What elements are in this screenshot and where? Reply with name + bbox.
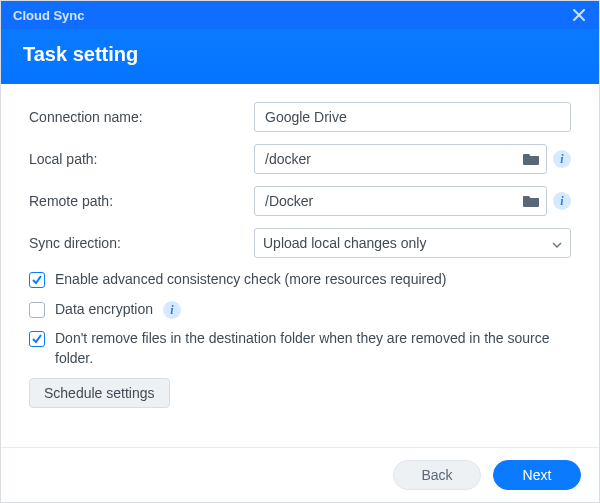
- row-noremove: Don't remove files in the destination fo…: [29, 329, 571, 368]
- label-encryption: Data encryption i: [55, 300, 571, 320]
- close-button[interactable]: [569, 5, 589, 25]
- window-title: Cloud Sync: [13, 8, 569, 23]
- row-schedule: Schedule settings: [29, 378, 571, 408]
- chevron-down-icon: [552, 235, 562, 251]
- row-remote-path: Remote path: i: [29, 186, 571, 216]
- check-icon: [31, 274, 43, 286]
- row-local-path: Local path: i: [29, 144, 571, 174]
- label-advanced: Enable advanced consistency check (more …: [55, 270, 571, 290]
- label-noremove: Don't remove files in the destination fo…: [55, 329, 571, 368]
- title-bar: Cloud Sync: [1, 1, 599, 29]
- browse-remote-button[interactable]: [517, 186, 545, 216]
- back-button[interactable]: Back: [393, 460, 481, 490]
- row-connection-name: Connection name:: [29, 102, 571, 132]
- label-sync-direction: Sync direction:: [29, 235, 254, 251]
- next-button[interactable]: Next: [493, 460, 581, 490]
- input-connection-name[interactable]: [254, 102, 571, 132]
- input-local-path[interactable]: [254, 144, 547, 174]
- page-header: Task setting: [1, 29, 599, 84]
- dialog-window: Cloud Sync Task setting Connection name:…: [0, 0, 600, 503]
- input-remote-path[interactable]: [254, 186, 547, 216]
- info-remote-path[interactable]: i: [553, 192, 571, 210]
- footer: Back Next: [1, 447, 599, 502]
- checkbox-noremove[interactable]: [29, 331, 45, 347]
- close-icon: [573, 9, 585, 21]
- check-icon: [31, 333, 43, 345]
- checkbox-advanced[interactable]: [29, 272, 45, 288]
- label-connection-name: Connection name:: [29, 109, 254, 125]
- info-local-path[interactable]: i: [553, 150, 571, 168]
- folder-icon: [523, 152, 539, 166]
- browse-local-button[interactable]: [517, 144, 545, 174]
- page-title: Task setting: [23, 43, 138, 65]
- row-sync-direction: Sync direction: Upload local changes onl…: [29, 228, 571, 258]
- row-encryption: Data encryption i: [29, 300, 571, 320]
- label-local-path: Local path:: [29, 151, 254, 167]
- schedule-settings-button[interactable]: Schedule settings: [29, 378, 170, 408]
- row-advanced-check: Enable advanced consistency check (more …: [29, 270, 571, 290]
- label-remote-path: Remote path:: [29, 193, 254, 209]
- info-encryption[interactable]: i: [163, 301, 181, 319]
- form-body: Connection name: Local path: i: [1, 84, 599, 447]
- folder-icon: [523, 194, 539, 208]
- checkbox-encryption[interactable]: [29, 302, 45, 318]
- select-sync-direction-value: Upload local changes only: [263, 235, 426, 251]
- select-sync-direction[interactable]: Upload local changes only: [254, 228, 571, 258]
